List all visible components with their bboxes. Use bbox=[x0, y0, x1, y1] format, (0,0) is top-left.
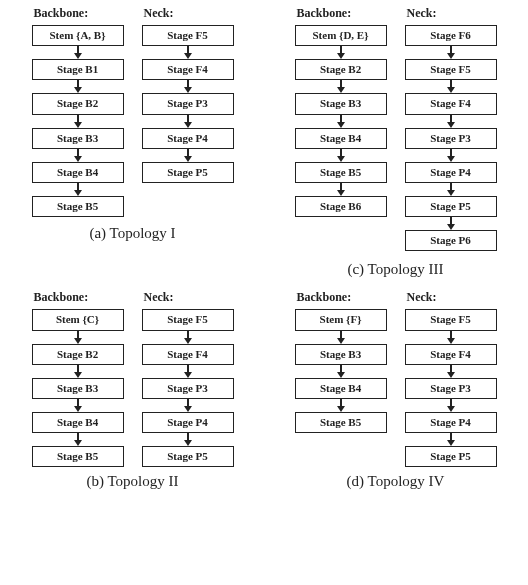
node-stage: Stage B5 bbox=[32, 196, 124, 217]
caption-d: (d) Topology IV bbox=[347, 473, 445, 490]
node-stage: Stage B3 bbox=[295, 344, 387, 365]
neck-header: Neck: bbox=[142, 6, 174, 21]
node-stage: Stage B4 bbox=[32, 162, 124, 183]
node-stage: Stage F4 bbox=[142, 59, 234, 80]
backbone-header: Backbone: bbox=[32, 290, 89, 305]
topology-c: Backbone: Stem {D, E} Stage B2 Stage B3 … bbox=[271, 6, 520, 278]
caption-c: (c) Topology III bbox=[347, 261, 443, 278]
backbone-header: Backbone: bbox=[295, 6, 352, 21]
node-stage: Stage P3 bbox=[142, 378, 234, 399]
arrow-down-icon bbox=[405, 365, 497, 378]
node-stage: Stage B4 bbox=[295, 128, 387, 149]
arrow-down-icon bbox=[32, 80, 124, 93]
node-stage: Stage F5 bbox=[142, 309, 234, 330]
neck-header: Neck: bbox=[142, 290, 174, 305]
arrow-down-icon bbox=[142, 80, 234, 93]
node-stage: Stage F6 bbox=[405, 25, 497, 46]
arrow-down-icon bbox=[142, 46, 234, 59]
arrow-down-icon bbox=[32, 149, 124, 162]
arrow-down-icon bbox=[405, 331, 497, 344]
diagram-grid: Backbone: Stem {A, B} Stage B1 Stage B2 … bbox=[8, 6, 520, 490]
node-stage: Stage B5 bbox=[32, 446, 124, 467]
topology-a-neck-col: Neck: Stage F5 Stage F4 Stage P3 Stage P… bbox=[142, 6, 234, 217]
arrow-down-icon bbox=[405, 80, 497, 93]
node-stage: Stage P4 bbox=[142, 412, 234, 433]
topology-b-neck-col: Neck: Stage F5 Stage F4 Stage P3 Stage P… bbox=[142, 290, 234, 467]
arrow-down-icon bbox=[295, 149, 387, 162]
backbone-header: Backbone: bbox=[32, 6, 89, 21]
node-stage: Stage B3 bbox=[32, 128, 124, 149]
arrow-down-icon bbox=[32, 115, 124, 128]
arrow-down-icon bbox=[405, 46, 497, 59]
topology-c-backbone-col: Backbone: Stem {D, E} Stage B2 Stage B3 … bbox=[295, 6, 387, 251]
node-stage: Stage B6 bbox=[295, 196, 387, 217]
arrow-down-icon bbox=[142, 365, 234, 378]
node-stage: Stage B4 bbox=[32, 412, 124, 433]
node-stage: Stage P6 bbox=[405, 230, 497, 251]
arrow-down-icon bbox=[32, 399, 124, 412]
arrow-down-icon bbox=[405, 399, 497, 412]
node-stage: Stage B5 bbox=[295, 162, 387, 183]
node-stage: Stage P4 bbox=[142, 128, 234, 149]
node-stage: Stage B2 bbox=[295, 59, 387, 80]
node-stage: Stage P5 bbox=[142, 446, 234, 467]
node-stage: Stage P5 bbox=[405, 446, 497, 467]
node-stage: Stage B5 bbox=[295, 412, 387, 433]
arrow-down-icon bbox=[405, 433, 497, 446]
topology-c-columns: Backbone: Stem {D, E} Stage B2 Stage B3 … bbox=[295, 6, 497, 251]
arrow-down-icon bbox=[405, 149, 497, 162]
node-stage: Stage B4 bbox=[295, 378, 387, 399]
node-stem: Stem {A, B} bbox=[32, 25, 124, 46]
backbone-header: Backbone: bbox=[295, 290, 352, 305]
page: Backbone: Stem {A, B} Stage B1 Stage B2 … bbox=[0, 0, 528, 585]
neck-header: Neck: bbox=[405, 6, 437, 21]
node-stem: Stem {C} bbox=[32, 309, 124, 330]
topology-d-backbone-col: Backbone: Stem {F} Stage B3 Stage B4 Sta… bbox=[295, 290, 387, 467]
topology-a-backbone-col: Backbone: Stem {A, B} Stage B1 Stage B2 … bbox=[32, 6, 124, 217]
node-stem: Stem {D, E} bbox=[295, 25, 387, 46]
node-stage: Stage B2 bbox=[32, 93, 124, 114]
node-stage: Stage F4 bbox=[405, 93, 497, 114]
node-stage: Stage P5 bbox=[142, 162, 234, 183]
topology-d-neck-col: Neck: Stage F5 Stage F4 Stage P3 Stage P… bbox=[405, 290, 497, 467]
topology-d-columns: Backbone: Stem {F} Stage B3 Stage B4 Sta… bbox=[295, 290, 497, 467]
arrow-down-icon bbox=[142, 433, 234, 446]
topology-d: Backbone: Stem {F} Stage B3 Stage B4 Sta… bbox=[271, 290, 520, 490]
arrow-down-icon bbox=[32, 46, 124, 59]
arrow-down-icon bbox=[295, 46, 387, 59]
arrow-down-icon bbox=[295, 183, 387, 196]
node-stage: Stage P3 bbox=[405, 378, 497, 399]
node-stage: Stage P3 bbox=[142, 93, 234, 114]
node-stage: Stage F5 bbox=[142, 25, 234, 46]
neck-header: Neck: bbox=[405, 290, 437, 305]
node-stage: Stage B3 bbox=[32, 378, 124, 399]
node-stage: Stage P4 bbox=[405, 412, 497, 433]
caption-b: (b) Topology II bbox=[87, 473, 179, 490]
node-stage: Stage P5 bbox=[405, 196, 497, 217]
arrow-down-icon bbox=[405, 217, 497, 230]
arrow-down-icon bbox=[295, 399, 387, 412]
arrow-down-icon bbox=[295, 331, 387, 344]
node-stage: Stage P4 bbox=[405, 162, 497, 183]
node-stage: Stage F5 bbox=[405, 59, 497, 80]
node-stage: Stage F4 bbox=[142, 344, 234, 365]
topology-c-neck-col: Neck: Stage F6 Stage F5 Stage F4 Stage P… bbox=[405, 6, 497, 251]
arrow-down-icon bbox=[32, 433, 124, 446]
arrow-down-icon bbox=[142, 331, 234, 344]
arrow-down-icon bbox=[405, 183, 497, 196]
topology-b-columns: Backbone: Stem {C} Stage B2 Stage B3 Sta… bbox=[32, 290, 234, 467]
arrow-down-icon bbox=[32, 331, 124, 344]
node-stage: Stage B3 bbox=[295, 93, 387, 114]
node-stage: Stage P3 bbox=[405, 128, 497, 149]
node-stem: Stem {F} bbox=[295, 309, 387, 330]
arrow-down-icon bbox=[142, 149, 234, 162]
node-stage: Stage F4 bbox=[405, 344, 497, 365]
topology-b: Backbone: Stem {C} Stage B2 Stage B3 Sta… bbox=[8, 290, 257, 490]
arrow-down-icon bbox=[142, 115, 234, 128]
node-stage: Stage B2 bbox=[32, 344, 124, 365]
caption-a: (a) Topology I bbox=[89, 225, 175, 242]
node-stage: Stage B1 bbox=[32, 59, 124, 80]
arrow-down-icon bbox=[295, 115, 387, 128]
topology-b-backbone-col: Backbone: Stem {C} Stage B2 Stage B3 Sta… bbox=[32, 290, 124, 467]
arrow-down-icon bbox=[295, 80, 387, 93]
